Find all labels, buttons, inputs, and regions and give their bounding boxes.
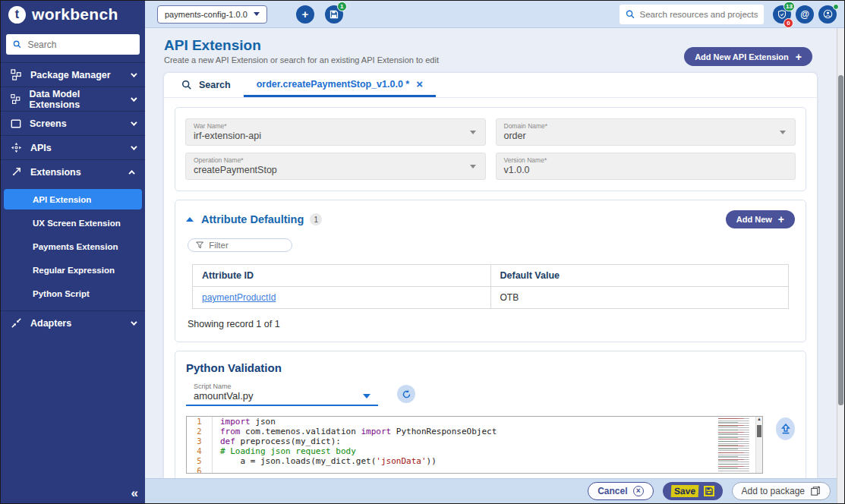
add-new-api-extension-button[interactable]: Add New API Extension + [684,47,812,66]
column-header-attribute-id[interactable]: Attribute ID [193,265,491,287]
count-badge: 1 [310,213,322,225]
add-project-button[interactable]: + [296,5,314,24]
package-button[interactable]: 1 [325,5,343,24]
collapse-arrows-icon [11,317,22,329]
profile-button[interactable] [818,5,837,24]
app-window: t workbench payments-config-1.0.0 + 1 [0,0,845,504]
page-scroll-thumb[interactable] [838,75,843,405]
scroll-up-arrow-icon[interactable]: ▲ [757,417,761,421]
code-line: 1import json [187,417,762,427]
logo-area: t workbench [1,1,145,28]
panel-scroll-area[interactable]: War Name* irf-extension-api Domain Name*… [164,98,817,478]
section-title: Attribute Defaulting [201,213,304,225]
chevron-down-icon [363,394,370,398]
tab-bar: Search order.createPaymentStop_v1.0.0 * … [164,73,817,98]
main-column: API Extension Create a new API Extension… [145,28,844,503]
sidebar-item-python-script[interactable]: Python Script [4,284,142,304]
table-row: paymentProductId OTB [193,287,789,309]
column-header-default-value[interactable]: Default Value [490,265,789,287]
section-title: Python Validation [186,361,795,374]
api-diamond-icon [11,142,22,153]
notification-badge-red: 0 [784,18,793,28]
search-icon [626,9,635,20]
app-title: workbench [32,5,118,24]
code-editor[interactable]: 1import json2from com.temenos.validation… [186,416,763,474]
notifications-button[interactable]: 13 0 [773,5,791,24]
cancel-button[interactable]: Cancel × [588,482,653,500]
attribute-defaulting-card: Attribute Defaulting 1 Add New + [175,200,806,342]
close-icon[interactable]: × [416,78,423,90]
code-line: 2from com.temenos.validation import Pyth… [187,427,762,436]
page-title: API Extension [164,37,261,54]
profile-icon [823,9,833,19]
chevron-down-icon [254,12,260,16]
global-search-input[interactable] [640,10,758,19]
extensions-submenu: API Extension UX Screen Extension Paymen… [1,184,145,310]
sidebar-item-regular-expression[interactable]: Regular Expression [4,260,142,280]
filter-input[interactable] [209,241,284,250]
filter-input-pill[interactable] [188,238,292,252]
add-to-package-button[interactable]: Add to package [732,482,831,500]
circled-close-icon: × [633,486,644,496]
save-button[interactable]: Save [663,482,723,500]
at-icon: @ [800,9,809,20]
collapse-triangle-icon[interactable] [186,217,194,222]
sidebar-search-input[interactable] [27,39,133,50]
war-name-select[interactable]: War Name* irf-extension-api [185,118,486,146]
python-validation-card: Python Validation Script Name amountVal.… [175,351,806,478]
upload-script-button[interactable] [776,417,795,440]
sidebar-item-screens[interactable]: Screens [1,111,145,135]
hierarchy-icon [11,69,22,80]
page-scrollbar[interactable] [837,28,844,503]
chevron-down-icon [470,131,476,134]
temenos-logo-icon: t [8,6,26,24]
script-name-select[interactable]: Script Name amountVal.py [186,381,378,406]
plus-icon: + [778,213,784,225]
add-new-attribute-button[interactable]: Add New + [726,210,795,228]
record-count-text: Showing record 1 of 1 [188,319,795,329]
project-selector-value: payments-config-1.0.0 [165,10,248,19]
code-minimap [718,418,755,471]
refresh-icon [402,389,411,399]
attribute-id-link[interactable]: paymentProductId [202,292,276,303]
code-line: 5 a = json.loads(my_dict.get('jsonData')… [187,456,762,466]
sidebar-item-adapters[interactable]: Adapters [1,310,145,335]
editor-scrollbar[interactable]: ▲ [755,417,762,473]
sidebar-collapse-button[interactable]: « [131,486,138,501]
chevron-down-icon [131,95,137,101]
sidebar-search[interactable] [6,34,140,55]
shield-icon [777,10,787,19]
sidebar-item-api-extension[interactable]: API Extension [4,189,142,209]
global-search[interactable] [620,5,764,24]
domain-name-select[interactable]: Domain Name* order [496,118,796,146]
sidebar-item-package-manager[interactable]: Package Manager [1,62,145,87]
editor-scroll-thumb[interactable] [757,425,761,437]
top-bar-right: payments-config-1.0.0 + 1 13 0 [145,1,844,28]
sidebar-item-data-model-extensions[interactable]: Data Model Extensions [1,87,145,111]
attribute-table: Attribute ID Default Value paymentProduc… [192,264,789,309]
version-name-field[interactable]: Version Name* v1.0.0 [496,153,796,180]
tab-search[interactable]: Search [169,73,244,97]
main-area: API Extension Create a new API Extension… [145,28,844,478]
operation-name-select[interactable]: Operation Name* createPaymentStop [185,153,486,180]
plus-icon: + [301,8,308,20]
support-button[interactable]: @ [796,5,814,24]
sidebar-item-payments-extension[interactable]: Payments Extension [4,237,142,257]
chevron-down-icon [780,131,786,134]
chevron-down-icon [470,165,476,169]
search-icon [13,39,21,49]
sidebar-item-apis[interactable]: APIs [1,135,145,159]
sidebar-item-ux-screen-extension[interactable]: UX Screen Extension [4,213,142,233]
page-subtitle: Create a new API Extension or search for… [164,55,439,65]
package-count-badge: 1 [337,2,347,11]
plus-icon: + [796,51,802,63]
refresh-script-button[interactable] [397,385,415,403]
save-package-icon [329,10,339,19]
project-selector[interactable]: payments-config-1.0.0 [157,5,267,24]
top-bar: t workbench payments-config-1.0.0 + 1 [1,1,844,28]
tab-order-createpaymentstop[interactable]: order.createPaymentStop_v1.0.0 * × [244,73,436,97]
sidebar-item-extensions[interactable]: Extensions [1,159,145,184]
sidebar: Package Manager Data Model Extensions Sc… [1,28,145,503]
api-details-card: War Name* irf-extension-api Domain Name*… [175,107,806,191]
code-lines: 1import json2from com.temenos.validation… [187,417,762,474]
